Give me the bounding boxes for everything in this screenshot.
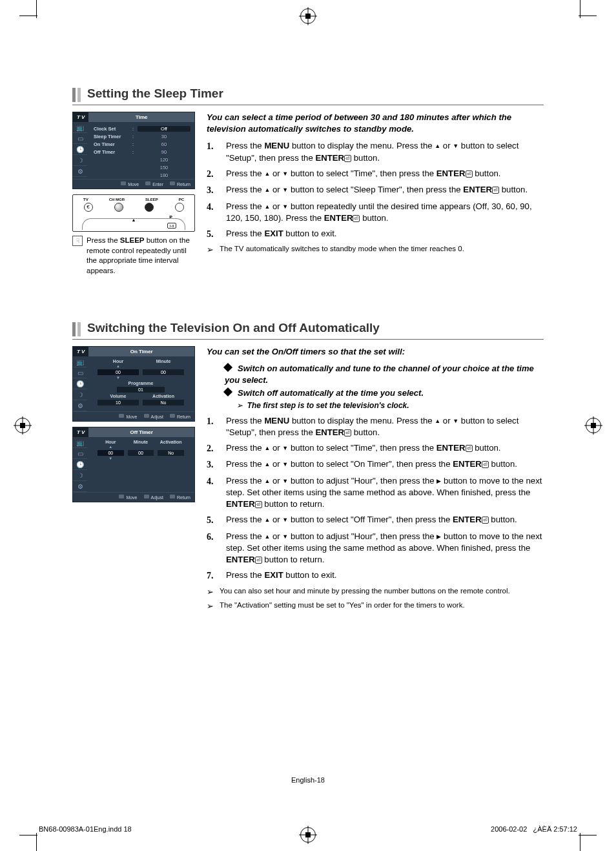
section1-title: Setting the Sleep Timer [87,87,223,101]
section1-intro: You can select a time period of between … [207,112,544,135]
section2-intro: You can set the On/Off timers so that th… [207,346,544,358]
section2-subnote: ➢ The first step is to set the televisio… [236,400,544,411]
page-number: English-18 [36,776,580,784]
remote-icon: ☟ [72,236,83,246]
section2-title: Switching the Television On and Off Auto… [87,321,380,335]
doc-footer-right: 2006-02-02 ¿ÀÈÄ 2:57:12 [491,825,577,833]
section2-note-2: ➢The "Activation" setting must be set to… [207,600,544,612]
doc-footer-left: BN68-00983A-01Eng.indd 18 [39,825,132,833]
section2-bullet-2: Switch off automatically at the time you… [225,387,544,399]
section1-note: ➢The TV automatically switches to standb… [207,244,544,256]
osd-on-timer: T VOn Timer 📺▭🕒☽⚙ HourMinute ▲ 0000 ▼ Pr… [72,346,195,422]
section1-steps: 1.Press the MENU button to display the m… [207,140,544,240]
osd-time-menu: T V Time 📺▭🕒☽⚙ Clock Set:OffSleep Timer:… [72,112,195,189]
section2-bullet-1: Switch on automatically and tune to the … [225,363,544,386]
osd-off-timer: T VOff Timer 📺▭🕒☽⚙ HourMinuteActivation … [72,427,195,502]
sleep-tip: ☟ Press the SLEEP button on the remote c… [72,236,195,276]
section2-steps: 1.Press the MENU button to display the m… [207,415,544,582]
registration-mark-right [586,418,601,433]
remote-diagram: TV CH MGR SLEEP PC P ▲ I-II [72,194,195,232]
section2-note-1: ➢You can also set hour and minute by pre… [207,586,544,598]
registration-mark-left [15,418,30,433]
